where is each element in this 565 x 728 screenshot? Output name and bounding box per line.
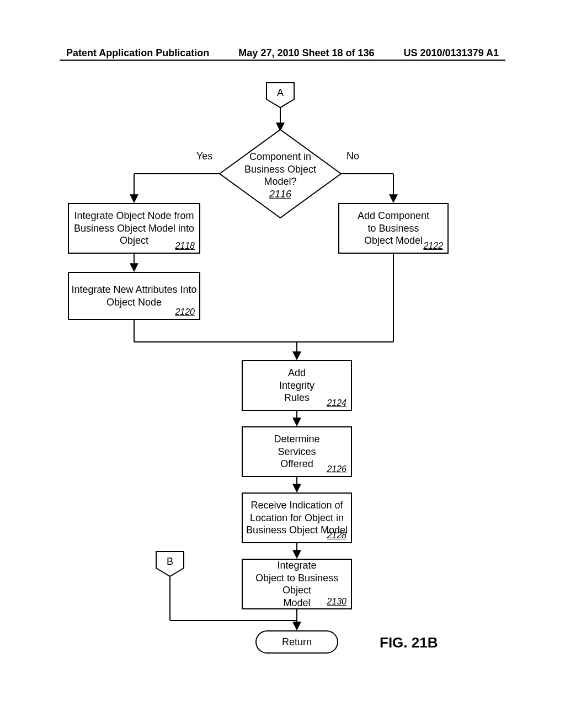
figure-label: FIG. 21B <box>380 634 438 651</box>
connector-a-label: A <box>277 87 284 99</box>
connector-b-label: B <box>167 555 173 568</box>
box-2124-ref: 2124 <box>327 398 347 409</box>
box-2128-l2: Location for Object in <box>250 512 344 524</box>
terminator-return: Return <box>255 630 338 654</box>
box-2126-l2: Services <box>278 446 316 458</box>
box-2124: Add Integrity Rules 2124 <box>242 360 352 411</box>
box-2128-l1: Receive Indication of <box>250 499 343 512</box>
box-2118-l3: Object <box>120 234 148 247</box>
box-2126: Determine Services Offered 2126 <box>242 426 352 477</box>
box-2130-l1: Integrate <box>277 559 316 572</box>
box-2124-l2: Integrity <box>279 379 315 392</box>
box-2122-l1: Add Component <box>358 210 429 222</box>
header-right: US 2010/0131379 A1 <box>404 47 499 59</box>
terminator-return-label: Return <box>282 636 312 649</box>
page-header: Patent Application Publication May 27, 2… <box>0 47 565 59</box>
box-2128-ref: 2128 <box>327 530 347 541</box>
box-2120-ref: 2120 <box>175 307 195 318</box>
box-2118: Integrate Object Node from Business Obje… <box>68 203 200 254</box>
box-2118-l2: Business Object Model into <box>74 222 194 235</box>
box-2130-ref: 2130 <box>327 596 347 607</box>
box-2118-ref: 2118 <box>175 240 195 251</box>
box-2128: Receive Indication of Location for Objec… <box>242 493 352 543</box>
header-center: May 27, 2010 Sheet 18 of 136 <box>238 47 374 59</box>
header-left: Patent Application Publication <box>66 47 209 59</box>
box-2130-l2: Object to Business Object <box>243 572 351 597</box>
box-2124-l1: Add <box>288 367 306 379</box>
box-2124-l3: Rules <box>284 392 310 404</box>
box-2120-l2: Object Node <box>106 296 162 309</box>
connector-b: B <box>156 550 184 572</box>
flowchart: A Component in Business Object Model? 21… <box>60 77 505 684</box>
box-2126-ref: 2126 <box>327 464 347 475</box>
box-2130: Integrate Object to Business Object Mode… <box>242 559 352 609</box>
box-2126-l3: Offered <box>280 458 313 470</box>
box-2120: Integrate New Attributes Into Object Nod… <box>68 272 200 320</box>
box-2122-l3: Object Model <box>364 234 423 247</box>
box-2130-l3: Model <box>283 597 310 609</box>
box-2120-l1: Integrate New Attributes Into <box>71 283 196 296</box>
connector-a: A <box>266 82 294 104</box>
box-2122-ref: 2122 <box>423 240 443 251</box>
box-2118-l1: Integrate Object Node from <box>74 210 194 222</box>
box-2122: Add Component to Business Object Model 2… <box>338 203 449 254</box>
box-2126-l1: Determine <box>274 433 319 446</box>
branch-yes-label: Yes <box>196 151 212 162</box>
box-2122-l2: to Business <box>367 222 419 235</box>
header-divider <box>60 60 505 61</box>
branch-no-label: No <box>347 151 359 162</box>
